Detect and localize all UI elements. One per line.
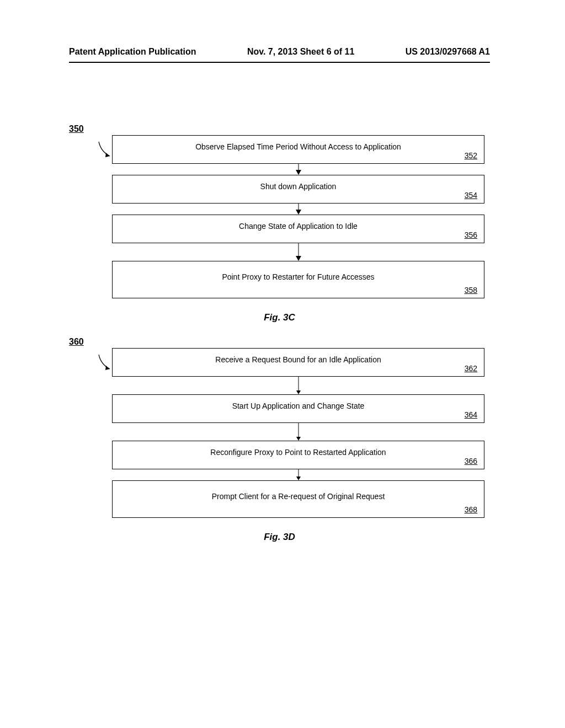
flow-box-text: Start Up Application and Change State: [232, 402, 365, 410]
figure-3c-caption: Fig. 3C: [69, 312, 490, 323]
curved-arrow-icon: [98, 141, 113, 160]
flow-box-352: Observe Elapsed Time Period Without Acce…: [112, 135, 484, 164]
flow-box-362: Receive a Request Bound for an Idle Appl…: [112, 348, 484, 377]
flow-box-368: Prompt Client for a Re-request of Origin…: [112, 480, 484, 518]
arrow-down-icon: [112, 204, 484, 215]
arrow-down-icon: [112, 469, 484, 480]
flowchart-3c-label: 350: [69, 124, 490, 134]
flow-box-number: 354: [465, 191, 477, 200]
flow-box-364: Start Up Application and Change State 36…: [112, 394, 484, 423]
flow-box-358: Point Proxy to Restarter for Future Acce…: [112, 261, 484, 298]
flow-box-354: Shut down Application 354: [112, 175, 484, 204]
flow-box-text: Prompt Client for a Re-request of Origin…: [212, 492, 385, 501]
header-divider: [69, 62, 490, 63]
svg-marker-7: [105, 366, 110, 370]
curved-arrow-icon: [98, 354, 113, 373]
arrow-down-icon: [112, 423, 484, 441]
svg-marker-6: [296, 256, 301, 261]
flow-box-356: Change State of Application to Idle 356: [112, 215, 484, 243]
flow-box-number: 368: [465, 505, 477, 514]
flow-box-number: 352: [465, 151, 477, 160]
arrow-down-icon: [112, 243, 484, 261]
flow-box-number: 356: [465, 231, 477, 239]
flow-box-text: Shut down Application: [260, 182, 337, 191]
flow-box-number: 364: [465, 410, 477, 419]
flow-box-text: Observe Elapsed Time Period Without Acce…: [195, 142, 401, 151]
arrow-down-icon: [112, 377, 484, 394]
page-header: Patent Application Publication Nov. 7, 2…: [69, 47, 490, 57]
arrow-down-icon: [112, 164, 484, 175]
flowchart-3c-boxes: Observe Elapsed Time Period Without Acce…: [112, 135, 484, 298]
svg-marker-11: [296, 437, 301, 441]
svg-marker-2: [296, 170, 301, 175]
flowchart-3d-label: 360: [69, 337, 490, 347]
header-center-text: Nov. 7, 2013 Sheet 6 of 11: [247, 47, 354, 57]
flowchart-3c: Observe Elapsed Time Period Without Acce…: [69, 135, 490, 298]
svg-marker-13: [296, 477, 301, 480]
flow-box-number: 366: [465, 457, 477, 465]
flow-box-text: Receive a Request Bound for an Idle Appl…: [215, 355, 381, 364]
header-right-text: US 2013/0297668 A1: [406, 47, 490, 57]
header-left-text: Patent Application Publication: [69, 47, 196, 57]
flow-box-text: Change State of Application to Idle: [239, 222, 358, 231]
flow-box-number: 358: [465, 286, 477, 295]
page-content: 350 Observe Elapsed Time Period Without …: [69, 124, 490, 556]
flow-box-366: Reconfigure Proxy to Point to Restarted …: [112, 441, 484, 469]
flow-box-number: 362: [465, 364, 477, 373]
figure-3d-caption: Fig. 3D: [69, 532, 490, 543]
svg-marker-9: [296, 390, 301, 394]
flowchart-3d: Receive a Request Bound for an Idle Appl…: [69, 348, 490, 518]
flowchart-3d-boxes: Receive a Request Bound for an Idle Appl…: [112, 348, 484, 518]
svg-marker-4: [296, 210, 301, 215]
flow-box-text: Point Proxy to Restarter for Future Acce…: [222, 272, 374, 281]
svg-marker-0: [105, 153, 110, 157]
flow-box-text: Reconfigure Proxy to Point to Restarted …: [210, 448, 386, 457]
